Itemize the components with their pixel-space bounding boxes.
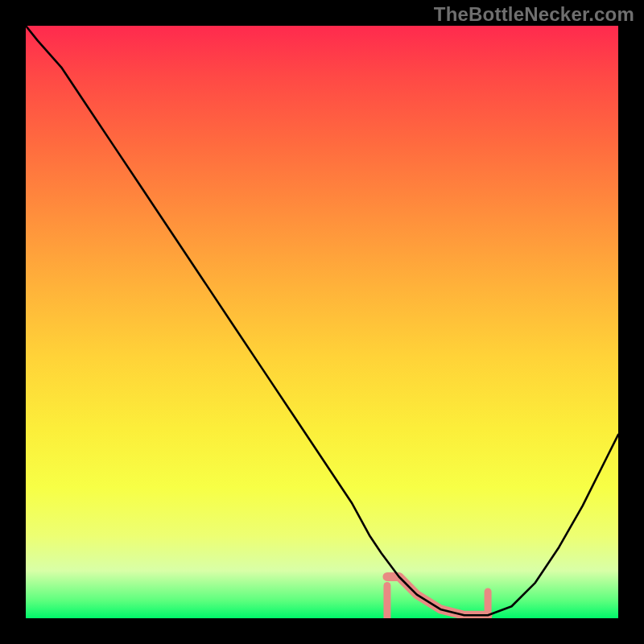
watermark-text: TheBottleNecker.com [434,3,634,26]
bottleneck-curve [26,26,618,618]
plot-area [26,26,618,618]
chart-frame: TheBottleNecker.com [0,0,644,644]
